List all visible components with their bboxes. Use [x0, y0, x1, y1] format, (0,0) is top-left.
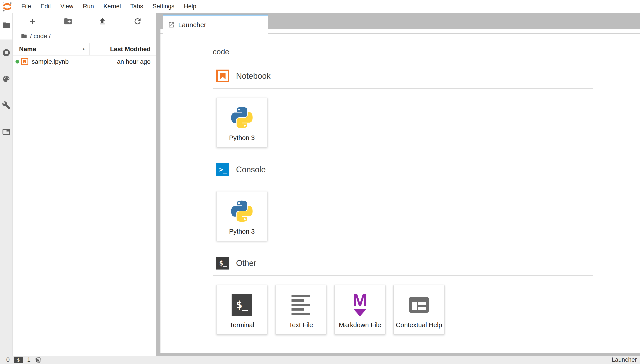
section-divider: [213, 182, 593, 182]
upload-icon[interactable]: [98, 17, 107, 26]
tab-label: Launcher: [178, 21, 206, 29]
launcher-card-console-python3[interactable]: Python 3: [216, 191, 268, 241]
text-lines-icon: [292, 295, 310, 315]
menu-file[interactable]: File: [16, 3, 36, 10]
section-title: Other: [236, 258, 256, 268]
launcher-icon: [168, 22, 175, 28]
dock-tab-bar: Launcher: [160, 13, 640, 29]
file-list-header: Name ▲ Last Modified: [13, 43, 156, 56]
card-label: Text File: [289, 321, 313, 329]
current-activity-label: Launcher: [612, 356, 640, 363]
command-palette-tab-palette-icon[interactable]: [2, 75, 10, 83]
launcher-card-contextual-help[interactable]: Contextual Help: [394, 285, 444, 334]
new-folder-icon[interactable]: [64, 17, 72, 26]
terminal-icon: $_: [232, 294, 252, 316]
notebook-icon: [216, 70, 229, 82]
column-name-label: Name: [19, 46, 36, 53]
launcher-panel: code Notebook: [160, 34, 640, 356]
running-sessions-tab-stop-circle-icon[interactable]: [2, 48, 10, 57]
jupyterlab-app: File Edit View Run Kernel Tabs Settings …: [0, 0, 640, 364]
menu-help[interactable]: Help: [179, 3, 201, 10]
kernel-chip-icon: [35, 356, 42, 363]
section-notebook: Notebook Python: [213, 70, 593, 148]
section-console: >_ Console: [213, 163, 593, 241]
launcher-card-text-file[interactable]: Text File: [275, 285, 326, 334]
breadcrumb[interactable]: / code /: [13, 30, 156, 43]
python-logo-icon: [229, 105, 254, 130]
notebook-file-icon: [21, 58, 28, 65]
section-title: Console: [236, 165, 266, 174]
layout-icon: [409, 296, 429, 313]
kernel-terminal-status[interactable]: 0 $ 1: [0, 356, 42, 363]
file-browser-panel: / code / Name ▲ Last Modified sample: [13, 13, 156, 356]
new-launcher-plus-icon[interactable]: [28, 17, 37, 26]
section-divider: [213, 88, 593, 89]
python-logo-icon: [229, 198, 254, 224]
kernels-count: 1: [27, 356, 30, 363]
jupyter-logo-icon: [2, 2, 12, 12]
menu-kernel[interactable]: Kernel: [99, 3, 126, 10]
property-inspector-tab-wrench-icon[interactable]: [2, 101, 10, 110]
app-body: / code / Name ▲ Last Modified sample: [0, 13, 640, 356]
launcher-card-terminal[interactable]: $_ Terminal: [216, 285, 268, 334]
section-title: Notebook: [236, 71, 271, 81]
menu-run[interactable]: Run: [78, 3, 99, 10]
home-folder-icon[interactable]: [21, 33, 27, 39]
sort-ascending-icon: ▲: [82, 47, 86, 52]
menu-settings[interactable]: Settings: [148, 3, 179, 10]
breadcrumb-path: / code /: [30, 32, 51, 40]
status-bar: 0 $ 1 Launcher: [0, 356, 640, 364]
terminal-badge-icon: $: [14, 356, 23, 363]
section-other: $_ Other $_ Terminal: [213, 257, 593, 334]
left-activity-bar: [0, 13, 13, 356]
file-modified-time: an hour ago: [117, 58, 156, 65]
card-label: Python 3: [229, 228, 255, 235]
column-header-last-modified[interactable]: Last Modified: [90, 43, 156, 55]
launcher-card-notebook-python3[interactable]: Python 3: [216, 98, 268, 148]
running-kernel-dot: [16, 60, 19, 64]
file-row-sample-ipynb[interactable]: sample.ipynb an hour ago: [13, 56, 156, 68]
card-label: Contextual Help: [396, 321, 442, 329]
column-header-name[interactable]: Name ▲: [13, 43, 90, 55]
card-label: Markdown File: [339, 321, 381, 329]
launcher-card-markdown-file[interactable]: M Markdown File: [334, 285, 386, 334]
launcher-cwd-title: code: [213, 47, 593, 56]
main-dock-panel: Launcher code Noteb: [160, 13, 640, 356]
menu-bar: File Edit View Run Kernel Tabs Settings …: [0, 0, 640, 13]
markdown-icon: M: [352, 293, 368, 316]
section-divider: [213, 275, 593, 276]
refresh-icon[interactable]: [133, 17, 142, 26]
tab-launcher[interactable]: Launcher: [163, 14, 268, 34]
console-icon: >_: [216, 163, 229, 176]
terminal-icon: $_: [216, 257, 229, 270]
file-browser-tab-folder-icon[interactable]: [2, 21, 10, 30]
menu-tabs[interactable]: Tabs: [126, 3, 148, 10]
column-modified-label: Last Modified: [110, 46, 150, 53]
menu-view[interactable]: View: [56, 3, 78, 10]
panel-divider[interactable]: [156, 13, 160, 356]
menu-edit[interactable]: Edit: [36, 3, 56, 10]
card-label: Terminal: [230, 321, 254, 329]
card-label: Python 3: [229, 134, 255, 142]
file-name: sample.ipynb: [32, 58, 69, 65]
terminals-count: 0: [6, 356, 10, 363]
open-tabs-tab-icon[interactable]: [2, 128, 10, 136]
